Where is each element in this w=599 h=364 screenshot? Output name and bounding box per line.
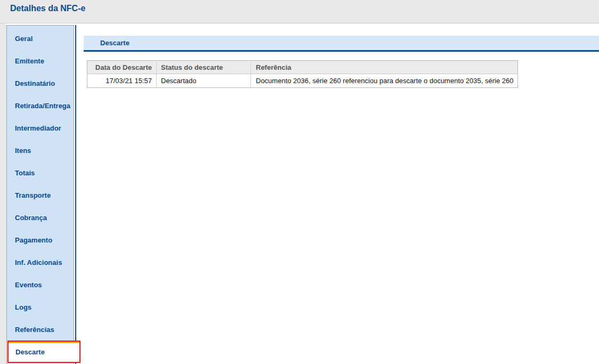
sidebar-item-label: Retirada/Entrega — [15, 102, 70, 110]
sidebar-item-destinatario[interactable]: Destinatário — [7, 72, 74, 94]
sidebar-item-label: Intermediador — [15, 124, 61, 132]
sidebar-item-label: Logs — [15, 303, 31, 311]
sidebar-item-label: Cobrança — [15, 214, 47, 222]
sidebar-item-label: Geral — [15, 35, 33, 43]
sidebar-item-label: Descarte — [15, 348, 45, 356]
table-row: 17/03/21 15:57DescartadoDocumento 2036, … — [87, 74, 518, 88]
sidebar-item-itens[interactable]: Itens — [7, 139, 74, 161]
sidebar-item-geral[interactable]: Geral — [7, 27, 74, 50]
sidebar-item-pagamento[interactable]: Pagamento — [7, 229, 74, 251]
sidebar-item-descarte[interactable]: Descarte — [7, 341, 80, 363]
sidebar-content-divider — [75, 25, 76, 364]
sidebar-item-logs[interactable]: Logs — [7, 296, 74, 318]
table-cell: 17/03/21 15:57 — [87, 74, 157, 88]
descarte-table: Data do DescarteStatus do descarteReferê… — [87, 60, 518, 88]
table-header-row: Data do DescarteStatus do descarteReferê… — [87, 61, 518, 74]
table-cell: Descartado — [157, 74, 251, 88]
table-cell: Documento 2036, série 260 referenciou pa… — [251, 74, 518, 88]
column-header: Data do Descarte — [87, 61, 157, 74]
sidebar-item-label: Pagamento — [15, 236, 52, 244]
sidebar-item-label: Referências — [15, 326, 54, 334]
sidebar-item-label: Transporte — [15, 191, 51, 199]
section-title: Descarte — [84, 36, 599, 50]
sidebar-item-label: Eventos — [15, 281, 42, 289]
section-header: Descarte — [84, 36, 599, 52]
sidebar-item-referencias[interactable]: Referências — [7, 318, 74, 341]
column-header: Referência — [251, 61, 518, 74]
sidebar-item-label: Emitente — [15, 57, 44, 65]
sidebar-item-cobranca[interactable]: Cobrança — [7, 206, 74, 229]
sidebar-item-totais[interactable]: Totais — [7, 161, 74, 184]
sidebar-item-eventos[interactable]: Eventos — [7, 273, 74, 296]
sidebar: GeralEmitenteDestinatárioRetirada/Entreg… — [6, 25, 74, 364]
sidebar-item-inf-adicionais[interactable]: Inf. Adicionais — [7, 251, 74, 273]
left-gutter — [0, 23, 6, 364]
sidebar-item-retirada-entrega[interactable]: Retirada/Entrega — [7, 94, 74, 117]
column-header: Status do descarte — [157, 61, 251, 74]
page-title: Detalhes da NFC-e — [10, 4, 85, 13]
table-body: 17/03/21 15:57DescartadoDocumento 2036, … — [87, 74, 518, 88]
sidebar-item-label: Itens — [15, 147, 31, 155]
sidebar-item-emitente[interactable]: Emitente — [7, 50, 74, 72]
sidebar-item-transporte[interactable]: Transporte — [7, 184, 74, 206]
sidebar-item-intermediador[interactable]: Intermediador — [7, 117, 74, 139]
sidebar-item-label: Destinatário — [15, 79, 55, 87]
topbar: Detalhes da NFC-e — [0, 0, 599, 23]
sidebar-item-label: Totais — [15, 169, 35, 177]
sidebar-item-label: Inf. Adicionais — [15, 258, 62, 266]
